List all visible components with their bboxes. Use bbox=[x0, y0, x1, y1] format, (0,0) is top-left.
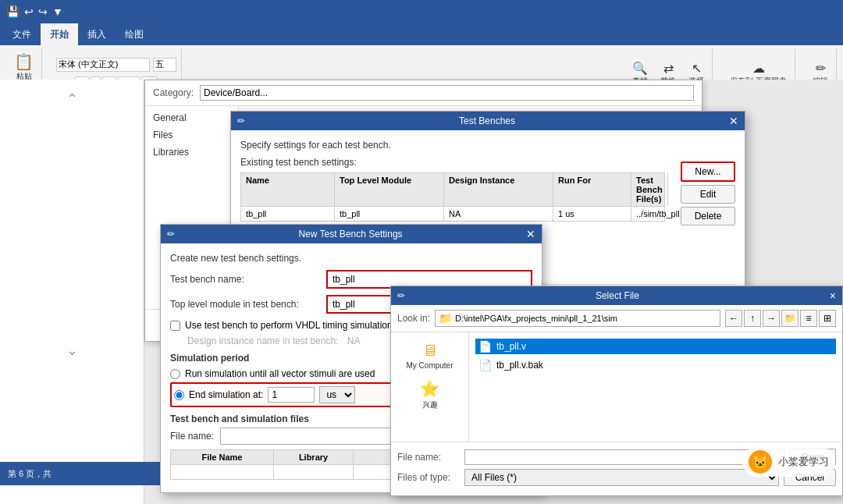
look-in-path-display: 📁 D:\intel\PGA\fx_projects_mini\pll_1_21… bbox=[435, 310, 720, 327]
font-size-input[interactable] bbox=[153, 58, 176, 72]
folder-icon: 📁 bbox=[439, 312, 452, 325]
vhdl-checkbox[interactable] bbox=[170, 321, 180, 331]
newtb-icon: ✏ bbox=[167, 229, 175, 240]
table-row[interactable]: tb_pll tb_pll NA 1 us ../sim/tb_pll.v bbox=[240, 206, 665, 222]
cloud-icon: ☁ bbox=[752, 61, 765, 76]
select-icon: ↖ bbox=[692, 61, 702, 76]
row-design: NA bbox=[444, 207, 553, 221]
nav-up-button[interactable]: ↑ bbox=[744, 310, 761, 327]
testbench-name-label: Test bench name: bbox=[170, 274, 326, 285]
newtb-desc: Create new test bench settings. bbox=[170, 253, 532, 264]
tab-file[interactable]: 文件 bbox=[3, 23, 41, 45]
newtb-title: New Test Bench Settings bbox=[298, 229, 402, 240]
newtb-titlebar: ✏ New Test Bench Settings ✕ bbox=[161, 225, 542, 243]
existing-label: Existing test bench settings: bbox=[240, 157, 735, 168]
ribbon-tabs: 文件 开始 插入 绘图 bbox=[0, 23, 843, 45]
end-sim-unit-select[interactable]: fs ps ns us ms s bbox=[319, 386, 355, 403]
customize-icon[interactable]: ▼ bbox=[52, 5, 63, 18]
view-list-button[interactable]: ≡ bbox=[800, 310, 817, 327]
tb-table-header: Name Top Level Module Design Instance Ru… bbox=[240, 172, 665, 206]
category-label: Category: bbox=[153, 87, 194, 98]
file-name-0: tb_pll.v bbox=[496, 341, 526, 352]
scroll-down-arrow[interactable]: ⌄ bbox=[3, 334, 140, 367]
my-computer-label: My Computer bbox=[406, 361, 453, 370]
category-item-libraries[interactable]: Libraries bbox=[145, 144, 238, 161]
view-details-button[interactable]: ⊞ bbox=[819, 310, 836, 327]
nav-buttons: ← ↑ → 📁 ≡ ⊞ bbox=[725, 310, 836, 327]
redo-icon[interactable]: ↪ bbox=[38, 5, 48, 18]
path-text: D:\intel\PGA\fx_projects_mini\pll_1_21\s… bbox=[455, 314, 617, 323]
design-instance-value: NA bbox=[347, 335, 361, 346]
footer-filename-label: File name: bbox=[397, 452, 460, 463]
paste-button[interactable]: 📋 粘贴 bbox=[11, 51, 37, 83]
run-all-label: Run simulation until all vector stimuli … bbox=[185, 368, 375, 379]
edit-button[interactable]: Edit bbox=[681, 185, 735, 204]
file-icon-0: 📄 bbox=[478, 340, 492, 353]
undo-icon[interactable]: ↩ bbox=[24, 5, 34, 18]
testbench-close-button[interactable]: ✕ bbox=[729, 115, 738, 127]
favorites-nav-item[interactable]: ⭐ 兴趣 bbox=[394, 376, 465, 413]
favorites-icon: ⭐ bbox=[420, 379, 439, 398]
tab-home[interactable]: 开始 bbox=[41, 23, 78, 45]
select-file-icon: ✏ bbox=[397, 290, 405, 301]
new-button[interactable]: New... bbox=[681, 161, 735, 182]
col-name: Name bbox=[241, 173, 335, 206]
select-file-toolbar: Look in: 📁 D:\intel\PGA\fx_projects_mini… bbox=[391, 305, 842, 332]
nav-new-folder-button[interactable]: 📁 bbox=[781, 310, 799, 327]
toolbar-icons: 💾 ↩ ↪ ▼ bbox=[6, 5, 63, 18]
file-list-area: 📄 tb_pll.v 📄 tb_pll.v.bak bbox=[469, 332, 842, 442]
col-run-for: Run For bbox=[553, 173, 631, 206]
file-item-1[interactable]: 📄 tb_pll.v.bak bbox=[475, 357, 836, 373]
select-file-close-button[interactable]: × bbox=[830, 289, 836, 302]
row-name: tb_pll bbox=[241, 207, 335, 221]
select-file-titlebar: ✏ Select File × bbox=[391, 286, 842, 305]
end-sim-label: End simulation at: bbox=[189, 389, 263, 400]
run-all-radio[interactable] bbox=[170, 369, 180, 379]
select-file-body: 🖥 My Computer ⭐ 兴趣 📄 tb_pll.v 📄 bbox=[391, 332, 842, 442]
footer-filetype-select[interactable]: All Files (*) bbox=[464, 469, 779, 486]
favorites-label: 兴趣 bbox=[422, 399, 438, 410]
footer-filetype-label: Files of type: bbox=[397, 472, 460, 483]
category-item-general[interactable]: General bbox=[145, 109, 238, 126]
newtb-close-button[interactable]: ✕ bbox=[526, 228, 535, 240]
testbench-desc: Specify settings for each test bench. bbox=[240, 140, 735, 151]
nav-back-button[interactable]: ← bbox=[725, 310, 742, 327]
watermark-logo: 🐱 bbox=[749, 450, 772, 474]
col-design: Design Instance bbox=[444, 173, 553, 206]
tb-actions: New... Edit Delete bbox=[681, 161, 735, 225]
delete-button[interactable]: Delete bbox=[681, 207, 735, 225]
col-top-level: Top Level Module bbox=[335, 173, 444, 206]
col-files: Test Bench File(s) bbox=[631, 173, 668, 206]
category-header: Category: Device/Board... bbox=[145, 80, 702, 106]
tab-draw[interactable]: 绘图 bbox=[116, 23, 153, 45]
row-run-for: 1 us bbox=[553, 207, 631, 221]
watermark: 🐱 小桨爱学习 bbox=[742, 447, 835, 477]
testbench-title-text: Test Benches bbox=[459, 115, 515, 126]
category-item-files[interactable]: Files bbox=[145, 126, 238, 144]
file-item-0[interactable]: 📄 tb_pll.v bbox=[475, 339, 836, 354]
scroll-up-arrow[interactable]: ⌃ bbox=[3, 83, 140, 115]
file-col-library: Library bbox=[273, 450, 353, 465]
end-sim-radio[interactable] bbox=[174, 390, 184, 400]
file-nav-panel: 🖥 My Computer ⭐ 兴趣 bbox=[391, 332, 469, 442]
content-area: Category: Device/Board... General Files … bbox=[144, 80, 843, 504]
file-col-name: File Name bbox=[171, 450, 274, 465]
save-icon[interactable]: 💾 bbox=[6, 5, 20, 18]
look-in-label: Look in: bbox=[397, 313, 430, 324]
my-computer-nav-item[interactable]: 🖥 My Computer bbox=[394, 339, 465, 373]
file-name-1: tb_pll.v.bak bbox=[496, 360, 543, 371]
vhdl-label: Use test bench to perform VHDL timing si… bbox=[185, 320, 393, 331]
end-sim-input[interactable] bbox=[268, 387, 315, 403]
tab-insert[interactable]: 插入 bbox=[78, 23, 116, 45]
footer-filename-input[interactable] bbox=[464, 449, 785, 465]
category-dropdown[interactable]: Device/Board... bbox=[200, 85, 694, 101]
nav-forward-button[interactable]: → bbox=[763, 310, 780, 327]
font-name-input[interactable] bbox=[56, 58, 150, 72]
testbench-titlebar: ✏ Test Benches ✕ bbox=[231, 112, 745, 130]
page-info: 第 6 页，共 bbox=[8, 468, 52, 480]
main-area: ⌃ ⌄ Category: Device/Board... General Fi… bbox=[0, 80, 843, 504]
my-computer-icon: 🖥 bbox=[422, 342, 438, 360]
row-top-level: tb_pll bbox=[335, 207, 444, 221]
tb-table-container: Name Top Level Module Design Instance Ru… bbox=[240, 172, 665, 222]
design-instance-label: Design instance name in test bench: bbox=[187, 335, 338, 346]
